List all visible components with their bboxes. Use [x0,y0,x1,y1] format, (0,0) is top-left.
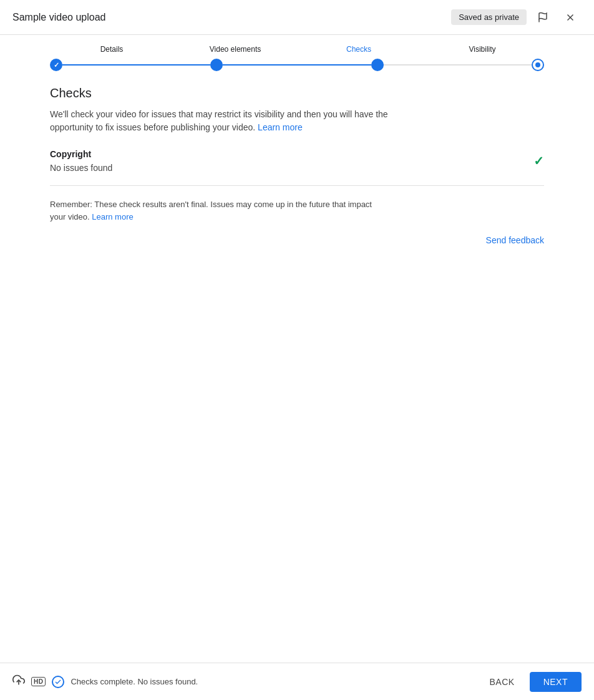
green-check-icon: ✓ [533,153,544,168]
saved-badge: Saved as private [451,9,527,25]
step-circle-checks [371,59,384,71]
footer-right: BACK NEXT [480,672,582,692]
hd-badge: HD [31,677,46,686]
copyright-status: No issues found [50,163,112,173]
close-icon [565,12,576,23]
learn-more-link-2[interactable]: Learn more [92,212,133,221]
stepper-line-3 [384,64,532,66]
circle-check-icon [52,676,64,688]
header: Sample video upload Saved as private [0,0,594,35]
step-label-checks: Checks [297,45,421,54]
description-text: We'll check your video for issues that m… [50,109,388,132]
flag-icon [537,12,548,23]
upload-icon [12,674,25,689]
copyright-section: Copyright No issues found ✓ [50,149,544,186]
dialog-title: Sample video upload [12,12,105,23]
step-label-video-elements: Video elements [173,45,297,54]
main-content: Checks We'll check your video for issues… [0,71,594,663]
stepper-line-2 [223,64,371,66]
footer-status-text: Checks complete. No issues found. [71,677,198,686]
stepper-line-1 [62,64,210,66]
back-button[interactable]: BACK [480,672,525,692]
checkmark-icon: ✓ [54,61,59,69]
step-label-visibility: Visibility [421,45,544,54]
footer-left: HD Checks complete. No issues found. [12,674,198,689]
stepper-labels: Details Video elements Checks Visibility [50,45,544,54]
footer: HD Checks complete. No issues found. BAC… [0,663,594,700]
copyright-left: Copyright No issues found [50,149,112,173]
page-description: We'll check your video for issues that m… [50,108,399,134]
feedback-row: Send feedback [50,233,544,248]
dot-icon [214,62,219,67]
flag-button[interactable] [532,6,554,29]
close-button[interactable] [559,6,582,29]
next-button[interactable]: NEXT [530,672,582,692]
copyright-title: Copyright [50,149,112,159]
copyright-header: Copyright No issues found ✓ [50,149,544,173]
step-circle-visibility [532,59,544,71]
stepper: Details Video elements Checks Visibility… [0,35,594,71]
step-circle-video-elements [210,59,223,71]
send-feedback-button[interactable]: Send feedback [486,233,544,248]
page-title: Checks [50,86,544,100]
step-circle-details: ✓ [50,59,62,71]
header-actions: Saved as private [451,6,582,29]
dot-icon-2 [375,62,380,67]
stepper-circles: ✓ [50,59,544,71]
remember-note: Remember: These check results aren't fin… [50,198,374,223]
dot-icon-3 [535,62,540,67]
step-label-details: Details [50,45,173,54]
learn-more-link-1[interactable]: Learn more [258,122,303,132]
